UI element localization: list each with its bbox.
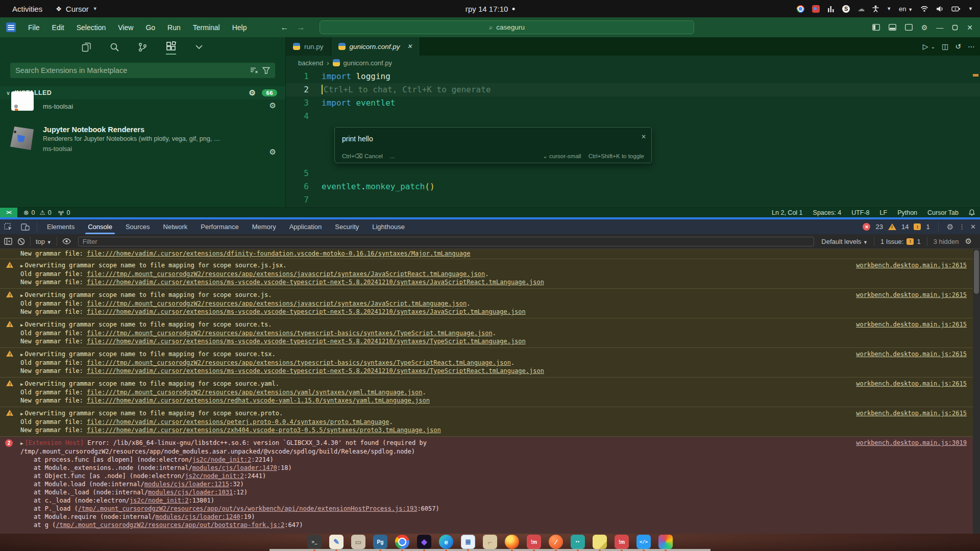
devtools-tab-network[interactable]: Network [157,219,194,234]
console-file-link[interactable]: file:///home/vadim/.cursor/extensions/df… [87,250,470,257]
extension-gear-icon[interactable]: ⚙ [270,101,276,110]
extension-item-jupyter-renderers[interactable]: Jupyter Notebook Renderers Renderers for… [0,122,285,158]
source-control-icon[interactable] [138,42,148,54]
chrome-icon[interactable] [395,535,409,549]
console-scrollbar[interactable] [973,249,980,534]
clear-results-icon[interactable] [250,67,258,74]
console-file-link[interactable]: file:///home/vadim/.cursor/extensions/ms… [87,308,526,315]
mattermost-alt-icon[interactable]: !m [615,535,629,549]
devtools-settings-gear-icon[interactable]: ⚙ [947,222,953,232]
code-line-2[interactable]: 2Ctrl+L to chat, Ctrl+K to generate [286,83,980,96]
red-app-tray-icon[interactable] [812,5,820,13]
run-dropdown-caret[interactable]: ⌄ [931,44,935,49]
problems-indicator[interactable]: ⊗0 ⚠0 [23,209,52,216]
clear-console-icon[interactable] [17,238,25,245]
sticky-notes-icon[interactable] [593,535,607,549]
console-errors-badge-icon[interactable]: ✕ [863,223,870,231]
console-source-link[interactable]: workbench.desktop.main.js:2615 [856,320,967,329]
accessibility-icon[interactable] [872,5,879,13]
issues-toolbar-item[interactable]: 1 Issue: ! 1 [880,238,921,245]
obsidian-icon[interactable]: ◆ [417,535,431,549]
tab-close-icon[interactable]: ✕ [407,43,412,50]
status-item-python[interactable]: Python [897,209,917,216]
console-source-link[interactable]: workbench.desktop.main.js:3019 [856,439,967,447]
console-error-group[interactable]: 2▶[Extension Host] Error: /lib/x86_64-li… [0,437,973,534]
ai-popup-close-icon[interactable]: ✕ [641,130,646,143]
ai-prompt-input[interactable]: print hello [335,128,651,146]
expand-arrow-icon[interactable]: ▶ [20,441,23,446]
stack-file-link[interactable]: js2c/node_init:2 [192,456,252,463]
mattermost-icon[interactable]: !m [527,535,541,549]
console-file-link[interactable]: file:///tmp/.mount_cursorodgzW2/resource… [87,389,422,396]
postman-icon[interactable]: ∕ [549,535,563,549]
devtools-tab-elements[interactable]: Elements [40,219,81,234]
activities-button[interactable]: Activities [12,5,42,13]
status-item-utf-8[interactable]: UTF-8 [851,209,869,216]
run-python-file-icon[interactable]: ▷ [923,42,928,51]
code-line-6[interactable]: 6eventlet.monkey_patch() [286,180,980,193]
files-icon[interactable]: ▭ [351,535,365,549]
code-line-7[interactable]: 7 [286,193,980,207]
filter-funnel-icon[interactable] [262,67,270,74]
expand-arrow-icon[interactable]: ▶ [20,322,23,328]
firefox-icon[interactable] [505,535,519,549]
code-line-3[interactable]: 3import eventlet [286,96,980,110]
extensions-view-icon[interactable] [166,41,176,55]
menu-edit[interactable]: Edit [47,21,69,34]
console-warning-group[interactable]: ▶Overwriting grammar scope name to file … [0,407,973,437]
minimize-button[interactable]: — [936,23,943,32]
volume-icon[interactable] [936,5,944,13]
stack-file-link[interactable]: /tmp/.mount_cursorodgzW2/resources/app/o… [78,505,418,512]
default-levels-dropdown[interactable]: Default levels ▼ [821,238,868,245]
code-line-1[interactable]: 1import logging [286,70,980,83]
cloud-tray-icon[interactable]: ☁ [857,5,865,13]
refresh-icon[interactable]: ↺ [955,42,961,51]
split-editor-icon[interactable]: ◫ [942,42,948,51]
toggle-left-sidebar-icon[interactable] [872,24,880,31]
command-center-search[interactable]: ⌕ caseguru [320,20,694,34]
layout-settings-gear-icon[interactable]: ⚙ [921,23,928,32]
console-file-link[interactable]: file:///tmp/.mount_cursorodgzW2/resource… [87,359,511,366]
code-line-5[interactable]: 5 [286,167,980,180]
search-view-icon[interactable] [110,42,119,54]
javascript-context-selector[interactable]: top ▼ [36,238,52,245]
skype-tray-icon[interactable]: S [842,5,850,13]
stack-file-link[interactable]: /tmp/.mount_cursorodgzW2/resources/app/o… [56,521,284,529]
menu-run[interactable]: Run [162,21,186,34]
equalizer-tray-icon[interactable] [827,5,835,13]
toggle-bottom-panel-icon[interactable] [889,24,896,31]
inspect-element-icon[interactable] [4,223,13,231]
writer-icon[interactable]: ≣ [461,535,475,549]
hidden-messages-label[interactable]: 3 hidden [934,238,959,245]
views-chevron-icon[interactable] [194,42,204,54]
devtools-tab-memory[interactable]: Memory [246,219,283,234]
photos-icon[interactable] [658,535,673,549]
wifi-icon[interactable] [920,5,928,13]
editor-tab-run.py[interactable]: run.py [286,37,331,56]
toggle-right-sidebar-icon[interactable] [905,24,913,31]
edge-icon[interactable]: e [439,535,453,549]
focused-app-menu[interactable]: ❖ Cursor ▼ [56,5,97,13]
console-file-link[interactable]: file:///home/vadim/.cursor/extensions/pe… [87,418,389,425]
console-file-link[interactable]: file:///home/vadim/.cursor/extensions/re… [87,397,430,404]
devtools-tab-sources[interactable]: Sources [119,219,157,234]
console-warning-group[interactable]: ▶Overwriting grammar scope name to file … [0,289,973,318]
devtools-tab-lighthouse[interactable]: Lighthouse [365,219,411,234]
menu-help[interactable]: Help [227,21,252,34]
section-gear-icon[interactable]: ⚙ [249,88,256,97]
console-warnings-badge-icon[interactable] [888,223,896,230]
code-line-4[interactable]: 4 [286,110,980,123]
expand-arrow-icon[interactable]: ▶ [20,382,23,387]
console-file-link[interactable]: file:///home/vadim/.cursor/extensions/ms… [87,338,526,345]
expand-arrow-icon[interactable]: ▶ [20,293,23,298]
remote-indicator[interactable]: >< [0,208,17,218]
console-warning-partial-row[interactable]: New grammar file: file:///home/vadim/.cu… [0,249,973,259]
status-item-spaces[interactable]: Spaces: 4 [813,209,842,216]
status-item-cursor[interactable]: Cursor Tab [927,209,959,216]
nav-back-button[interactable]: ← [280,23,288,32]
close-window-button[interactable]: ✕ [967,23,973,32]
code-area[interactable]: 1import logging2Ctrl+L to chat, Ctrl+K t… [286,70,980,207]
nav-forward-button[interactable]: → [297,23,305,32]
issues-badge-icon[interactable]: ! [914,223,921,230]
chrome-tray-icon[interactable] [797,5,804,13]
